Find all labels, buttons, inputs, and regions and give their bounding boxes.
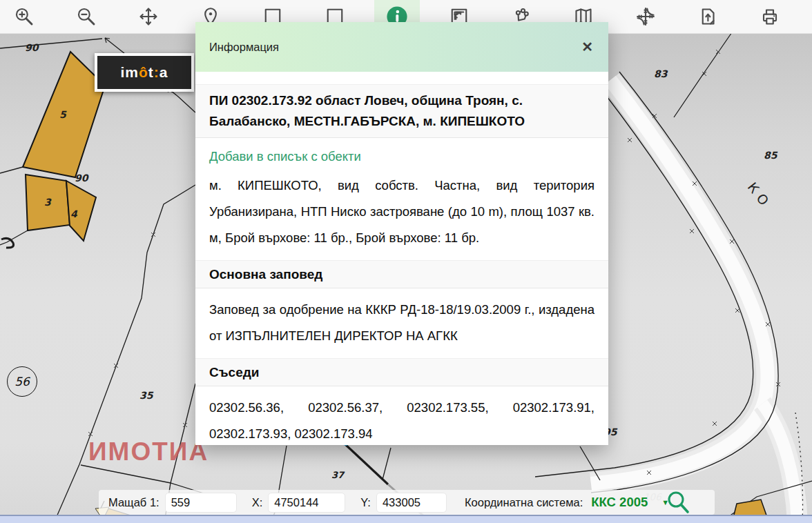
map-label-83: 83 xyxy=(654,68,667,79)
parcel-description: м. КИПЕШКОТО, вид собств. Частна, вид те… xyxy=(209,172,594,251)
toolbar-pan-button[interactable] xyxy=(129,0,168,33)
scale-input[interactable] xyxy=(165,493,237,513)
add-to-list-link[interactable]: Добави в списък с обекти xyxy=(209,149,594,164)
map-label-90: 90 xyxy=(25,42,38,53)
crs-value[interactable]: ККС 2005 xyxy=(591,495,648,510)
toolbar-zoom-out-button[interactable] xyxy=(67,0,106,33)
toolbar-export-button[interactable] xyxy=(688,0,727,33)
y-coordinate-input[interactable] xyxy=(376,493,447,513)
map-watermark: ИМОТИА xyxy=(88,437,209,466)
map-label-4: 4 xyxy=(70,208,77,219)
order-text: Заповед за одобрение на КККР РД-18-18/19… xyxy=(209,297,594,349)
logo-text-part: t xyxy=(148,64,154,81)
logo-text-part: ô xyxy=(139,64,148,81)
parcel-circle-label: 56 xyxy=(7,366,37,397)
pan-icon xyxy=(138,6,159,27)
map-label-37: 37 xyxy=(331,470,344,480)
zoom-in-icon xyxy=(14,6,35,27)
toolbar-zoom-in-button[interactable] xyxy=(5,0,44,33)
x-coordinate-input[interactable] xyxy=(268,493,345,513)
logo-text-part: a xyxy=(160,64,168,81)
circle-label-text: 56 xyxy=(14,375,30,388)
section-heading-order: Основна заповед xyxy=(195,260,608,288)
parcel-title: ПИ 02302.173.92 област Ловеч, община Тро… xyxy=(195,84,608,138)
dialog-header: Информация ✕ xyxy=(195,22,608,72)
map-label-5: 5 xyxy=(59,109,66,120)
info-dialog: Информация ✕ ПИ 02302.173.92 област Лове… xyxy=(195,22,608,445)
search-icon[interactable] xyxy=(665,489,691,516)
close-icon[interactable]: ✕ xyxy=(581,40,593,54)
section-heading-neighbors: Съседи xyxy=(195,358,608,386)
bottom-strip xyxy=(0,515,812,523)
toolbar-print-button[interactable] xyxy=(751,0,789,33)
imotia-logo: imôt:a xyxy=(95,53,194,92)
status-bar: Мащаб 1: X: Y: Координатна система: ККС … xyxy=(99,490,715,515)
map-label-35: 35 xyxy=(139,390,153,401)
map-label-90: 90 xyxy=(75,172,88,184)
toolbar-coordinate-axes-button[interactable] xyxy=(626,0,665,33)
x-coordinate-label: X: xyxy=(252,496,263,509)
export-icon xyxy=(697,6,718,27)
print-icon xyxy=(760,6,780,27)
neighbors-text: 02302.56.36, 02302.56.37, 02302.173.55, … xyxy=(209,395,594,445)
y-coordinate-label: Y: xyxy=(360,496,371,509)
logo-text-part: im xyxy=(120,64,139,81)
coordinate-axes-icon xyxy=(635,6,656,27)
crs-label: Координатна система: xyxy=(465,496,583,509)
map-label-3: 3 xyxy=(44,197,51,208)
scale-label: Мащаб 1: xyxy=(108,496,160,509)
logo-text-part: : xyxy=(154,64,160,81)
map-label-85: 85 xyxy=(764,150,777,161)
zoom-out-icon xyxy=(76,6,97,27)
dialog-title: Информация xyxy=(209,41,279,54)
